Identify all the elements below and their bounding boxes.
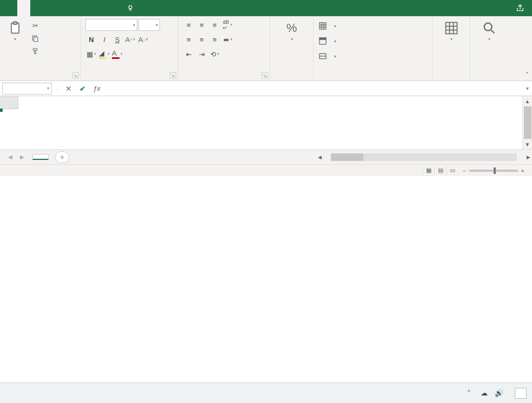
select-all-corner[interactable] (0, 96, 18, 109)
tab-data[interactable] (69, 0, 82, 16)
find-icon (481, 19, 498, 37)
font-name-combo[interactable] (85, 19, 137, 31)
tray-notifications[interactable] (515, 388, 527, 399)
view-page-layout-button[interactable]: ▤ (434, 166, 446, 176)
sheet-nav-prev[interactable]: ◀ (8, 154, 12, 160)
check-icon: ✔ (79, 84, 86, 93)
view-page-break-button[interactable]: ▭ (446, 166, 458, 176)
group-alignment: ≡ ≡ ≡ ab↵ ≡ ≡ ≡ ⬌ ⇤ ⇥ ⟲ ↘ (178, 16, 270, 80)
svg-rect-7 (320, 38, 326, 39)
formula-input[interactable] (104, 84, 522, 92)
chevron-up-icon: ˄ (467, 389, 471, 397)
zoom-slider[interactable] (469, 170, 518, 172)
tray-onedrive[interactable]: ☁ (479, 388, 489, 398)
increase-font-button[interactable]: A↑ (124, 33, 136, 45)
wrap-text-button[interactable]: ab↵ (222, 19, 234, 31)
number-format-button[interactable]: % ▾ (281, 18, 303, 43)
vertical-scrollbar[interactable]: ▲ ▼ (522, 96, 532, 149)
border-button[interactable]: ▦ (85, 48, 97, 60)
copy-button[interactable] (29, 32, 41, 44)
tray-chevron[interactable]: ˄ (464, 388, 474, 398)
merge-icon: ⬌ (223, 36, 229, 44)
tab-page-layout[interactable] (43, 0, 56, 16)
font-color-button[interactable]: A (111, 48, 123, 60)
clipboard-launcher[interactable]: ↘ (72, 72, 79, 79)
page-layout-icon: ▤ (438, 167, 443, 174)
border-icon: ▦ (87, 50, 93, 58)
tab-review[interactable] (82, 0, 95, 16)
view-normal-button[interactable]: ▦ (422, 166, 434, 176)
tab-view[interactable] (95, 0, 108, 16)
speaker-icon: 🔊 (495, 389, 503, 397)
font-size-combo[interactable] (138, 19, 160, 31)
italic-button[interactable]: I (98, 33, 110, 45)
align-bottom-button[interactable]: ≡ (209, 19, 221, 31)
add-sheet-button[interactable]: ＋ (55, 151, 69, 163)
editing-button[interactable]: ▾ (478, 18, 500, 43)
group-number-label (275, 78, 309, 79)
cell-styles-button[interactable]: ▾ (318, 50, 336, 63)
tab-formulas[interactable] (56, 0, 69, 16)
scroll-up-button[interactable]: ▲ (523, 96, 532, 106)
paintbrush-icon (31, 48, 39, 55)
align-left-button[interactable]: ≡ (183, 33, 195, 45)
align-top-button[interactable]: ≡ (183, 19, 195, 31)
sheet-nav-next[interactable]: ▶ (20, 154, 24, 160)
align-right-button[interactable]: ≡ (209, 33, 221, 45)
align-center-button[interactable]: ≡ (196, 33, 208, 45)
status-bar: ▦ ▤ ▭ − + (0, 164, 532, 176)
bold-button[interactable]: N (85, 33, 97, 45)
cancel-formula-button[interactable]: ✕ (62, 84, 76, 93)
svg-point-10 (484, 23, 492, 31)
tell-me-search[interactable] (121, 0, 143, 16)
expand-formula-bar-button[interactable]: ▾ (522, 85, 532, 91)
horizontal-scrollbar[interactable]: ◀ ▶ (316, 153, 532, 162)
underline-button[interactable]: S (111, 33, 123, 45)
alignment-launcher[interactable]: ↘ (262, 72, 268, 79)
scroll-down-button[interactable]: ▼ (523, 139, 532, 149)
conditional-formatting-button[interactable]: ▾ (318, 19, 336, 32)
share-button[interactable] (508, 0, 532, 16)
name-box-resize[interactable]: ⋮ (54, 85, 62, 91)
hscroll-thumb[interactable] (331, 153, 363, 161)
page-break-icon: ▭ (450, 167, 455, 174)
font-launcher[interactable]: ↘ (170, 72, 176, 79)
spreadsheet-grid: ▲ ▼ (0, 96, 532, 149)
scroll-left-button[interactable]: ◀ (316, 155, 323, 160)
name-box[interactable] (2, 83, 52, 95)
decrease-font-button[interactable]: A↓ (137, 33, 149, 45)
insert-function-button[interactable]: ƒx (90, 84, 104, 92)
group-styles: ▾ ▾ ▾ (314, 16, 433, 80)
font-color-icon: A (112, 49, 119, 59)
x-icon: ✕ (65, 84, 72, 93)
cells-icon (443, 19, 460, 37)
cut-button[interactable]: ✂ (29, 19, 41, 31)
windows-taskbar: ˄ ☁ 🔊 (0, 382, 532, 403)
scissors-icon: ✂ (32, 22, 38, 30)
formula-bar: ⋮ ✕ ✔ ƒx ▾ (0, 81, 532, 96)
collapse-ribbon-button[interactable]: ˄ (526, 71, 529, 79)
cells-button[interactable]: ▾ (441, 18, 462, 43)
decrease-indent-button[interactable]: ⇤ (183, 48, 195, 60)
zoom-out-button[interactable]: − (462, 167, 466, 174)
fill-color-button[interactable]: ◢ (98, 48, 110, 60)
zoom-in-button[interactable]: + (521, 167, 524, 174)
scroll-right-button[interactable]: ▶ (524, 155, 532, 160)
merge-button[interactable]: ⬌ (222, 33, 234, 45)
increase-indent-button[interactable]: ⇥ (196, 48, 208, 60)
paste-button[interactable]: ▾ (4, 18, 26, 43)
cell-styles-icon (318, 52, 328, 61)
group-number: % ▾ (270, 16, 314, 80)
tab-home[interactable] (17, 0, 30, 16)
orientation-button[interactable]: ⟲ (209, 48, 221, 60)
tab-insert[interactable] (30, 0, 43, 16)
tray-volume[interactable]: 🔊 (494, 388, 504, 398)
tab-help[interactable] (108, 0, 121, 16)
format-painter-button[interactable] (29, 45, 41, 57)
vscroll-thumb[interactable] (524, 106, 531, 139)
enter-formula-button[interactable]: ✔ (76, 84, 90, 93)
sheet-tab-active[interactable] (32, 154, 49, 160)
align-middle-button[interactable]: ≡ (196, 19, 208, 31)
format-as-table-button[interactable]: ▾ (318, 35, 336, 48)
tab-file[interactable] (4, 0, 17, 16)
